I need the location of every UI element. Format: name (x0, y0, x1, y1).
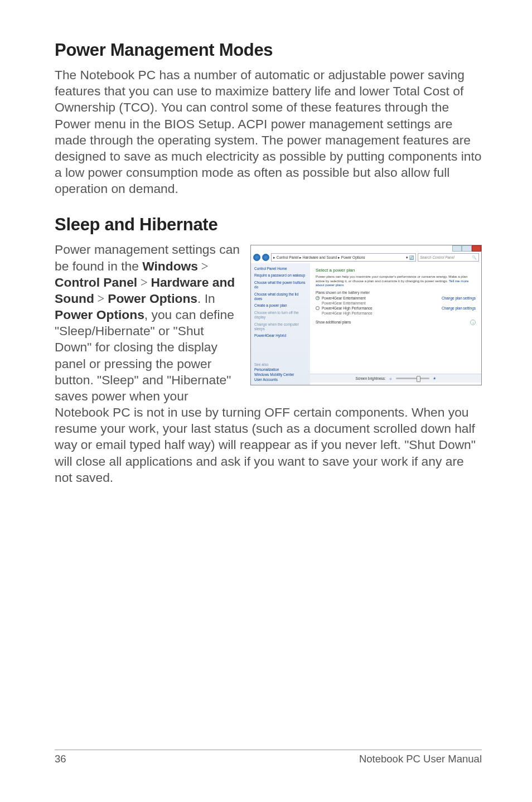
brightness-slider[interactable] (396, 378, 429, 379)
back-button[interactable] (253, 254, 260, 261)
plan-name: Power4Gear High Performance (322, 306, 373, 310)
sidebar-link[interactable]: Require a password on wakeup (254, 273, 307, 278)
sidebar: Control Panel Home Require a password on… (251, 263, 310, 385)
sidebar-link[interactable]: Create a power plan (254, 303, 307, 308)
sidebar-link[interactable]: Choose what closing the lid does (254, 292, 307, 301)
doc-title: Notebook PC User Manual (359, 753, 482, 765)
main-title: Select a power plan (316, 268, 476, 273)
radio-icon[interactable] (316, 306, 320, 310)
sidebar-link[interactable]: Choose what the power buttons do (254, 281, 307, 289)
brightness-label: Screen brightness: (355, 376, 385, 380)
maximize-button[interactable] (462, 245, 471, 252)
power-options-screenshot: ▸ Control Panel ▸ Hardware and Sound ▸ P… (250, 245, 482, 385)
sidebar-link[interactable]: Change when the computer sleeps (254, 322, 307, 331)
forward-button[interactable] (262, 254, 269, 261)
see-also-link[interactable]: Personalization (254, 368, 294, 371)
breadcrumb-text: ▸ Control Panel ▸ Hardware and Sound ▸ P… (273, 255, 365, 260)
expand-icon[interactable]: ⌄ (470, 320, 476, 325)
paragraph-power-management-intro: The Notebook PC has a number of automati… (55, 67, 482, 197)
sidebar-link[interactable]: Choose when to turn off the display (254, 311, 307, 320)
heading-sleep-hibernate: Sleep and Hibernate (55, 215, 482, 235)
change-plan-link[interactable]: Change plan settings (442, 306, 476, 310)
sun-dim-icon: ☼ (389, 376, 393, 380)
show-additional-plans[interactable]: Show additional plans ⌄ (316, 320, 476, 325)
plan-sub: Power4Gear Entertainment (316, 301, 476, 305)
see-also-link[interactable]: Windows Mobility Center (254, 373, 294, 376)
sidebar-home[interactable]: Control Panel Home (254, 267, 307, 270)
search-input[interactable]: Search Control Panel (418, 253, 479, 262)
page-footer: 36 Notebook PC User Manual (55, 750, 482, 765)
main-description: Power plans can help you maximize your c… (316, 274, 476, 287)
close-button[interactable] (472, 245, 481, 252)
plan-row[interactable]: Power4Gear High Performance Change plan … (316, 306, 476, 310)
page-number: 36 (55, 753, 66, 765)
plan-sub: Power4Gear High Performance (316, 311, 476, 315)
heading-power-management: Power Management Modes (55, 40, 482, 60)
sun-bright-icon: ☀ (433, 376, 436, 381)
sidebar-link[interactable]: Power4Gear Hybrid (254, 334, 307, 338)
minimize-button[interactable] (452, 245, 462, 252)
breadcrumb[interactable]: ▸ Control Panel ▸ Hardware and Sound ▸ P… (271, 253, 416, 262)
plan-row[interactable]: Power4Gear Entertainment Change plan set… (316, 296, 476, 300)
see-also-header: See also (254, 363, 268, 366)
main-panel: Select a power plan Power plans can help… (310, 263, 481, 385)
see-also-link[interactable]: User Accounts (254, 378, 294, 381)
plan-name: Power4Gear Entertainment (322, 296, 366, 300)
plan-group-title: Plans shown on the battery meter (316, 291, 476, 294)
brightness-bar: Screen brightness: ☼ ☀ (310, 374, 481, 383)
radio-icon[interactable] (316, 296, 320, 300)
change-plan-link[interactable]: Change plan settings (442, 296, 476, 300)
window-controls (452, 245, 481, 252)
